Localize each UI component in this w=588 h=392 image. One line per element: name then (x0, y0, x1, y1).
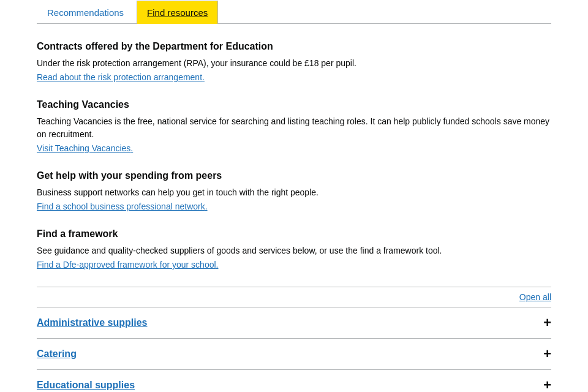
teaching-vacancies-title: Teaching Vacancies (37, 99, 551, 110)
accordion-header-admin-supplies[interactable]: Administrative supplies + (37, 307, 551, 338)
contracts-title: Contracts offered by the Department for … (37, 41, 551, 52)
accordion-item-admin-supplies: Administrative supplies + (37, 307, 551, 339)
section-spending-peers: Get help with your spending from peers B… (37, 170, 551, 211)
accordion-title-catering: Catering (37, 349, 77, 360)
section-teaching-vacancies: Teaching Vacancies Teaching Vacancies is… (37, 99, 551, 153)
accordion-title-educational-supplies: Educational supplies (37, 380, 135, 391)
accordion-expand-icon-catering: + (543, 347, 551, 361)
accordion-header-catering[interactable]: Catering + (37, 339, 551, 369)
accordion-header-educational-supplies[interactable]: Educational supplies + (37, 370, 551, 392)
contracts-text: Under the risk protection arrangement (R… (37, 57, 551, 70)
accordion-expand-icon-educational-supplies: + (543, 379, 551, 392)
teaching-vacancies-text: Teaching Vacancies is the free, national… (37, 115, 551, 141)
accordion-title-admin-supplies: Administrative supplies (37, 317, 148, 328)
spending-peers-text: Business support networks can help you g… (37, 186, 551, 199)
find-framework-title: Find a framework (37, 228, 551, 239)
open-all-row: Open all (37, 287, 551, 307)
open-all-link[interactable]: Open all (519, 292, 551, 302)
teaching-vacancies-link[interactable]: Visit Teaching Vacancies. (37, 143, 133, 153)
find-framework-link[interactable]: Find a Dfe-approved framework for your s… (37, 260, 218, 270)
section-find-framework: Find a framework See guidance and qualit… (37, 228, 551, 270)
tab-find-resources[interactable]: Find resources (137, 1, 218, 24)
spending-peers-link[interactable]: Find a school business professional netw… (37, 202, 208, 211)
tab-bar: Recommendations Find resources (37, 0, 551, 24)
spending-peers-title: Get help with your spending from peers (37, 170, 551, 181)
accordion-item-catering: Catering + (37, 339, 551, 370)
find-framework-text: See guidance and quality-checked supplie… (37, 244, 551, 257)
section-contracts: Contracts offered by the Department for … (37, 41, 551, 82)
tab-recommendations[interactable]: Recommendations (37, 1, 134, 24)
contracts-link[interactable]: Read about the risk protection arrangeme… (37, 72, 205, 82)
accordion: Administrative supplies + Catering + Edu… (37, 307, 551, 392)
accordion-expand-icon-admin-supplies: + (543, 316, 551, 330)
accordion-item-educational-supplies: Educational supplies + (37, 370, 551, 392)
